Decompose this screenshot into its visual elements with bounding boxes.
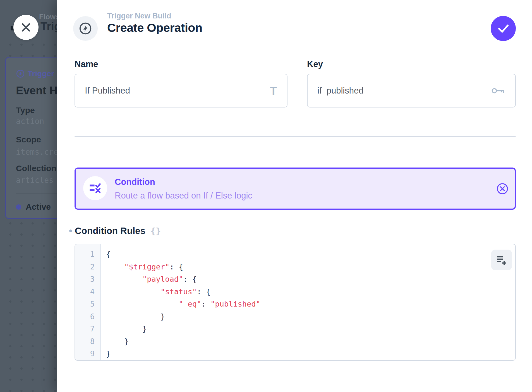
code-line: 4 "status": {	[75, 286, 515, 298]
name-label: Name	[75, 59, 98, 69]
trigger-field-value: items.cre	[16, 147, 57, 157]
rule-icon	[89, 182, 101, 194]
page-title: Trig	[40, 20, 57, 33]
raw-value-icon[interactable]: {}	[150, 226, 161, 236]
drawer-subtitle: Trigger New Build	[107, 11, 202, 21]
trigger-card-divider	[16, 193, 57, 193]
screen: Flows Trig Trigger Event Ho Type action …	[0, 0, 532, 392]
line-number: 6	[75, 310, 98, 323]
trigger-card: Trigger Event Ho Type action Scope items…	[5, 57, 57, 219]
create-operation-drawer: Trigger New Build Create Operation Name …	[57, 0, 532, 392]
status-dot	[16, 204, 21, 210]
line-number: 8	[75, 335, 98, 348]
remove-operation-button[interactable]	[496, 182, 509, 195]
code-line: 7 }	[75, 323, 515, 335]
code-line: 3 "payload": {	[75, 273, 515, 286]
save-button[interactable]	[491, 16, 516, 41]
condition-subtitle: Route a flow based on If / Else logic	[115, 191, 252, 201]
name-field: T	[75, 74, 287, 107]
code-line: 5 "_eq": "published"	[75, 298, 515, 310]
code-line: 8 }	[75, 335, 515, 348]
line-number: 7	[75, 323, 98, 335]
trigger-status: Active	[16, 202, 57, 212]
code-line: 2 "$trigger": {	[75, 261, 515, 273]
line-number: 4	[75, 286, 98, 298]
trigger-field-label: Collection	[16, 164, 56, 173]
condition-operation-panel[interactable]: Condition Route a flow based on If / Els…	[75, 168, 516, 210]
condition-icon-circle	[83, 176, 107, 200]
condition-rules-editor[interactable]: 1{2 "$trigger": {3 "payload": {4 "status…	[75, 244, 516, 361]
required-dot	[69, 230, 72, 232]
trigger-card-badge: Trigger	[16, 69, 54, 79]
bolt-circle-icon	[16, 69, 25, 78]
line-content: }	[98, 310, 165, 323]
trigger-field-value: articles	[16, 176, 54, 185]
close-drawer-button[interactable]	[13, 15, 39, 40]
code-line: 1{	[75, 248, 515, 261]
line-number: 2	[75, 261, 98, 273]
bolt-icon	[79, 22, 92, 35]
line-number: 9	[75, 348, 98, 360]
name-input[interactable]	[75, 86, 270, 96]
key-label: Key	[307, 59, 323, 69]
line-content: }	[98, 323, 147, 335]
line-content: }	[98, 335, 129, 348]
line-number: 3	[75, 273, 98, 286]
title-icon: T	[270, 85, 277, 96]
code-line: 6 }	[75, 310, 515, 323]
line-content: "payload": {	[98, 273, 197, 286]
condition-title: Condition	[115, 177, 155, 187]
trigger-field-value: action	[16, 117, 44, 126]
line-number: 1	[75, 248, 98, 261]
condition-rules-label: Condition Rules	[75, 226, 145, 236]
line-content: "_eq": "published"	[98, 298, 260, 310]
line-number: 5	[75, 298, 98, 310]
trigger-card-title: Event Ho	[16, 84, 57, 97]
code-line: 9}	[75, 348, 515, 360]
playlist-add-icon	[496, 254, 507, 266]
section-divider	[75, 136, 516, 137]
key-icon	[491, 86, 505, 95]
trigger-field-label: Type	[16, 106, 35, 115]
operation-type-avatar	[73, 16, 98, 41]
cancel-circle-icon	[496, 182, 509, 195]
line-content: "$trigger": {	[98, 261, 183, 273]
line-content: }	[98, 348, 111, 360]
key-field	[307, 74, 516, 107]
close-icon	[20, 21, 32, 34]
drawer-header: Trigger New Build Create Operation	[107, 11, 202, 35]
page-overlay[interactable]: Flows Trig Trigger Event Ho Type action …	[0, 0, 57, 392]
code-lines: 1{2 "$trigger": {3 "payload": {4 "status…	[75, 248, 515, 360]
drawer-title: Create Operation	[107, 21, 202, 35]
trigger-field-label: Scope	[16, 135, 41, 144]
line-content: "status": {	[98, 286, 210, 298]
trigger-card-badge-label: Trigger	[28, 69, 54, 78]
status-label: Active	[26, 202, 51, 212]
check-icon	[491, 16, 516, 41]
editor-template-button[interactable]	[491, 250, 512, 270]
line-content: {	[98, 248, 111, 261]
key-input[interactable]	[308, 86, 491, 96]
condition-rules-header: Condition Rules {}	[69, 226, 161, 236]
